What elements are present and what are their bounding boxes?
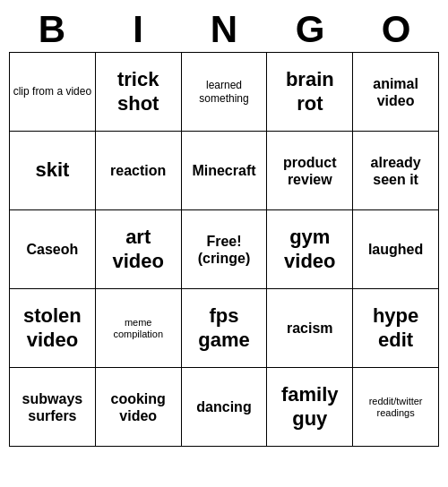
bingo-cell-13[interactable]: gym video xyxy=(267,210,353,289)
bingo-cell-6[interactable]: reaction xyxy=(96,132,182,210)
bingo-cell-21[interactable]: cooking video xyxy=(96,368,182,447)
bingo-cell-2[interactable]: learned something xyxy=(182,53,268,132)
bingo-cell-23[interactable]: family guy xyxy=(267,368,353,447)
bingo-cell-4[interactable]: animal video xyxy=(353,53,439,132)
bingo-letter-o: O xyxy=(353,7,439,52)
bingo-cell-8[interactable]: product review xyxy=(267,132,353,210)
bingo-cell-18[interactable]: racism xyxy=(267,289,353,368)
bingo-cell-5[interactable]: skit xyxy=(10,132,96,210)
bingo-cell-9[interactable]: already seen it xyxy=(353,132,439,210)
bingo-cell-1[interactable]: trick shot xyxy=(96,53,182,132)
bingo-cell-7[interactable]: Minecraft xyxy=(182,132,268,210)
bingo-cell-19[interactable]: hype edit xyxy=(353,289,439,368)
bingo-cell-11[interactable]: art video xyxy=(96,210,182,289)
bingo-header: BINGO xyxy=(9,7,439,52)
bingo-cell-3[interactable]: brain rot xyxy=(267,53,353,132)
bingo-cell-12[interactable]: Free! (cringe) xyxy=(182,210,268,289)
bingo-cell-24[interactable]: reddit/twitter readings xyxy=(353,368,439,447)
bingo-cell-17[interactable]: fps game xyxy=(182,289,268,368)
bingo-letter-n: N xyxy=(181,7,267,52)
bingo-cell-20[interactable]: subways surfers xyxy=(10,368,96,447)
bingo-letter-b: B xyxy=(9,7,95,52)
bingo-cell-10[interactable]: Caseoh xyxy=(10,210,96,289)
bingo-cell-0[interactable]: clip from a video xyxy=(10,53,96,132)
bingo-cell-15[interactable]: stolen video xyxy=(10,289,96,368)
bingo-card: BINGO clip from a videotrick shotlearned… xyxy=(9,7,439,447)
bingo-cell-22[interactable]: dancing xyxy=(182,368,268,447)
bingo-letter-g: G xyxy=(267,7,353,52)
bingo-grid: clip from a videotrick shotlearned somet… xyxy=(9,52,439,447)
bingo-letter-i: I xyxy=(95,7,181,52)
bingo-cell-14[interactable]: laughed xyxy=(353,210,439,289)
bingo-cell-16[interactable]: meme compilation xyxy=(96,289,182,368)
